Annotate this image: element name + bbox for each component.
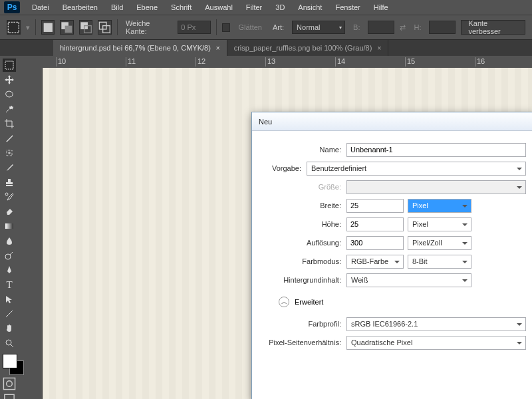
app-logo: Ps [4, 1, 20, 13]
selection-subtract-icon[interactable] [79, 20, 93, 35]
menu-bearbeiten[interactable]: Bearbeiten [56, 1, 104, 13]
preset-label: Vorgabe: [259, 164, 307, 172]
zoom-tool-icon[interactable] [3, 336, 16, 350]
hand-tool-icon[interactable] [3, 322, 16, 335]
resolution-input[interactable] [346, 236, 404, 250]
ruler-horizontal[interactable]: 10 11 12 13 14 15 16 [43, 56, 532, 68]
menu-ebene[interactable]: Ebene [130, 1, 164, 13]
height-unit-dropdown[interactable]: Pixel [408, 217, 471, 231]
menu-datei[interactable]: Datei [25, 1, 56, 13]
options-bar: ▾ Weiche Kante: Glätten Art: Normal B: ⇄… [0, 15, 532, 40]
close-icon[interactable]: × [377, 45, 381, 52]
brush-tool-icon[interactable] [3, 161, 16, 174]
pixelaspect-dropdown[interactable]: Quadratische Pixel [346, 336, 526, 350]
color-swatches[interactable] [3, 354, 28, 375]
ruler-tick: 10 [56, 57, 66, 66]
ruler-tick: 15 [405, 57, 415, 66]
screenmode-icon[interactable] [3, 392, 16, 399]
ruler-tick: 14 [335, 57, 345, 66]
svg-rect-14 [3, 378, 15, 389]
bitdepth-dropdown[interactable]: 8-Bit [408, 255, 471, 269]
blur-tool-icon[interactable] [3, 234, 16, 247]
width-label: B: [353, 23, 360, 31]
refine-edge-button[interactable]: Kante verbesser [461, 20, 525, 35]
width-label: Breite: [259, 201, 346, 209]
height-input[interactable] [346, 217, 404, 231]
menu-fenster[interactable]: Fenster [329, 1, 366, 13]
menu-filter[interactable]: Filter [239, 1, 269, 13]
close-icon[interactable]: × [216, 45, 220, 52]
stamp-tool-icon[interactable] [3, 176, 16, 189]
preset-dropdown[interactable]: Benutzerdefiniert [307, 162, 526, 176]
marquee-tool-icon[interactable] [7, 20, 21, 35]
ruler-tick: 16 [475, 57, 485, 66]
height-input [429, 21, 456, 34]
menu-bild[interactable]: Bild [104, 1, 130, 13]
colorprofile-dropdown[interactable]: sRGB IEC61966-2.1 [346, 317, 526, 331]
svg-point-15 [7, 381, 13, 387]
svg-rect-1 [43, 23, 52, 31]
svg-rect-11 [5, 223, 13, 229]
pen-tool-icon[interactable] [3, 263, 16, 277]
gradient-tool-icon[interactable] [3, 219, 16, 233]
selection-add-icon[interactable] [60, 20, 74, 35]
name-input[interactable] [346, 143, 526, 157]
selection-intersect-icon[interactable] [98, 20, 112, 35]
menu-auswahl[interactable]: Auswahl [198, 1, 239, 13]
eraser-tool-icon[interactable] [3, 205, 16, 218]
type-tool-icon[interactable]: T [3, 278, 16, 291]
style-label: Art: [273, 23, 284, 31]
menu-3d[interactable]: 3D [269, 1, 291, 13]
svg-rect-16 [5, 394, 14, 399]
size-label: Größe: [259, 183, 346, 191]
bgcontent-label: Hintergrundinhalt: [259, 276, 346, 284]
colormode-dropdown[interactable]: RGB-Farbe [346, 255, 404, 269]
line-tool-icon[interactable] [3, 307, 16, 321]
history-brush-tool-icon[interactable] [3, 190, 16, 203]
document-tab-row: hintergrund.psd bei 66,7% (Ebene 0, CMYK… [0, 40, 532, 56]
svg-point-12 [5, 254, 11, 259]
move-tool-icon[interactable] [3, 73, 16, 86]
doc-tab-2-label: crisp_paper_ruffles.png bei 100% (Grau/8… [234, 44, 372, 52]
ruler-tick: 12 [196, 57, 205, 66]
height-label: H: [414, 23, 421, 31]
style-dropdown[interactable]: Normal [292, 21, 345, 34]
fg-color-swatch[interactable] [3, 354, 17, 368]
resolution-unit-dropdown[interactable]: Pixel/Zoll [408, 236, 471, 250]
selection-new-icon[interactable] [41, 20, 55, 35]
doc-tab-1[interactable]: hintergrund.psd bei 66,7% (Ebene 0, CMYK… [53, 40, 227, 56]
menu-hilfe[interactable]: Hilfe [367, 1, 395, 13]
feather-label: Weiche Kante: [126, 19, 170, 35]
ruler-vertical[interactable] [31, 68, 43, 399]
resolution-label: Auflösung: [259, 239, 346, 247]
width-input[interactable] [346, 199, 404, 213]
chevron-up-icon[interactable]: ︿ [279, 297, 289, 307]
marquee-tool-icon[interactable] [3, 59, 16, 72]
width-unit-dropdown[interactable]: Pixel [408, 199, 471, 213]
crop-tool-icon[interactable] [3, 117, 16, 130]
svg-rect-0 [8, 22, 19, 33]
size-dropdown [346, 180, 526, 194]
height-label: Höhe: [259, 220, 346, 228]
antialias-checkbox[interactable] [222, 23, 230, 32]
ruler-corner [31, 56, 43, 68]
lasso-tool-icon[interactable] [3, 88, 16, 101]
feather-input[interactable] [178, 21, 211, 34]
path-select-tool-icon[interactable] [3, 293, 16, 306]
doc-tab-2[interactable]: crisp_paper_ruffles.png bei 100% (Grau/8… [227, 40, 389, 56]
dodge-tool-icon[interactable] [3, 249, 16, 262]
healing-tool-icon[interactable] [3, 146, 16, 160]
width-input [368, 21, 394, 34]
svg-point-10 [5, 193, 8, 196]
menu-schrift[interactable]: Schrift [164, 1, 198, 13]
new-document-dialog: Neu Name: Vorgabe: Benutzerdefiniert Grö… [251, 112, 532, 399]
wand-tool-icon[interactable] [3, 102, 16, 116]
menu-ansicht[interactable]: Ansicht [291, 1, 329, 13]
bgcontent-dropdown[interactable]: Weiß [346, 273, 471, 287]
colorprofile-label: Farbprofil: [259, 320, 346, 328]
svg-rect-3 [65, 25, 72, 33]
doc-tab-1-label: hintergrund.psd bei 66,7% (Ebene 0, CMYK… [60, 44, 211, 52]
advanced-label[interactable]: Erweitert [295, 298, 323, 306]
quickmask-icon[interactable] [3, 378, 16, 390]
eyedropper-tool-icon[interactable] [3, 132, 16, 145]
